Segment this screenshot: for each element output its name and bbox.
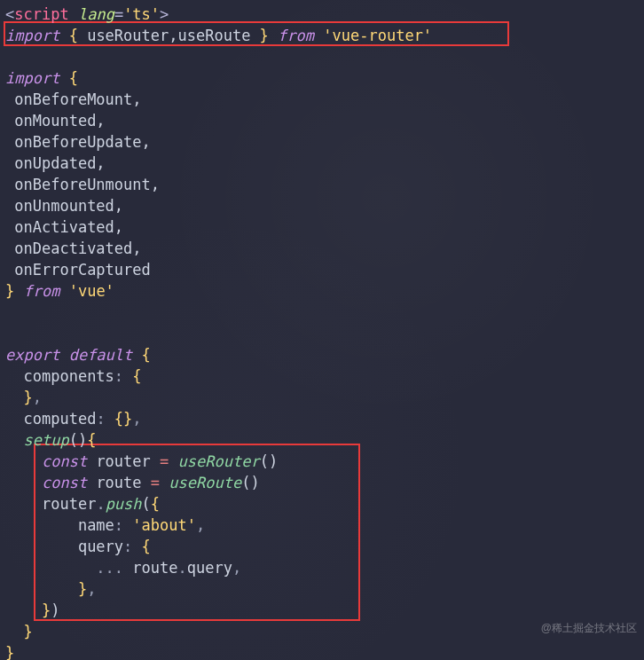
hook: onUpdated, xyxy=(14,154,105,172)
hook: onActivated, xyxy=(14,218,123,236)
var-router: router xyxy=(96,452,150,470)
hook: onBeforeUnmount, xyxy=(14,176,160,193)
key-computed: computed xyxy=(23,410,96,428)
fn-push: push xyxy=(106,495,142,513)
hook: onBeforeMount, xyxy=(14,90,141,108)
module-vue-router: 'vue-router' xyxy=(323,27,432,44)
kw-from: from xyxy=(269,27,323,44)
hook: onErrorCaptured xyxy=(14,261,151,279)
hook: onMounted, xyxy=(14,112,105,130)
attr-value: 'ts' xyxy=(123,5,160,23)
fn-useRoute: useRoute xyxy=(169,474,241,491)
hook: onDeactivated, xyxy=(14,240,141,257)
fn-useRouter: useRouter xyxy=(178,452,260,470)
code-block: <script lang='ts'> import { useRouter,us… xyxy=(0,0,644,660)
kw-import: import xyxy=(5,69,69,87)
angle-close: > xyxy=(160,5,169,23)
hook: onUnmounted, xyxy=(14,197,123,215)
angle-open: < xyxy=(5,5,14,23)
export-close: } xyxy=(5,644,14,660)
kw-default: default xyxy=(69,346,142,364)
val-about: 'about' xyxy=(132,516,196,534)
tag-script: script xyxy=(14,5,68,23)
kw-const: const xyxy=(42,474,96,491)
attr-lang: lang xyxy=(78,5,114,23)
setup-body-close: } xyxy=(23,623,32,640)
watermark: @稀土掘金技术社区 xyxy=(541,623,637,633)
module-vue: 'vue' xyxy=(69,282,114,300)
var-route: route xyxy=(96,474,141,491)
key-name: name xyxy=(78,516,114,534)
kw-const: const xyxy=(42,452,96,470)
obj-router: router xyxy=(42,495,96,513)
kw-import: import xyxy=(5,27,69,44)
kw-from: from xyxy=(14,282,68,300)
fn-setup: setup xyxy=(23,431,68,449)
hook: onBeforeUpdate, xyxy=(14,133,151,151)
spread: ... xyxy=(96,559,132,577)
named-imports: useRouter,useRoute xyxy=(87,27,250,44)
key-components: components xyxy=(23,367,114,385)
key-query: query xyxy=(78,538,123,555)
kw-export: export xyxy=(5,346,69,364)
